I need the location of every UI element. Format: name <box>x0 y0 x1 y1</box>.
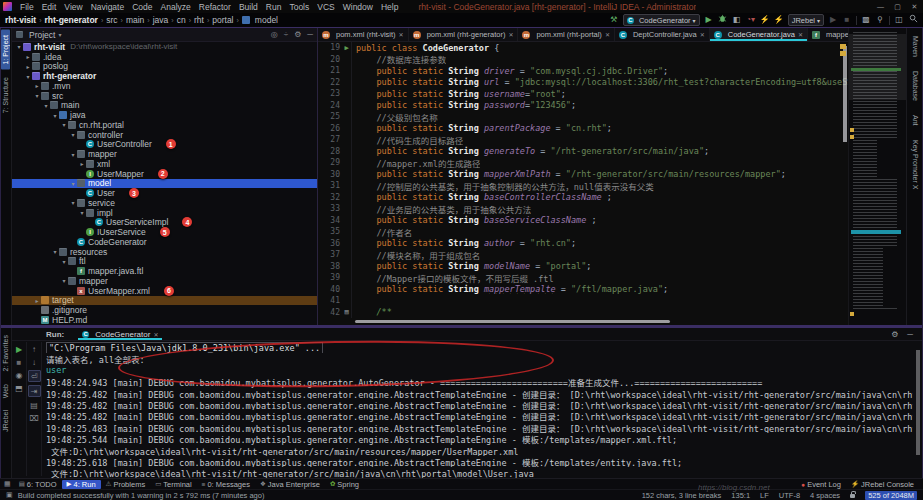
close-icon[interactable]: ✕ <box>798 31 803 38</box>
jrebel-run-button[interactable]: ⚡ <box>760 15 770 25</box>
tree-item-java[interactable]: ▾java <box>12 110 317 120</box>
clear-icon[interactable]: ⌧ <box>29 413 40 423</box>
chevron-right-icon[interactable]: ▸ <box>33 82 41 89</box>
tree-item-.gitignore[interactable]: .gitignore <box>12 305 317 315</box>
run-console[interactable]: "C:\Program Files\Java\jdk1.8.0_231\bin\… <box>46 342 913 478</box>
stripe-key-promoter-x[interactable]: Key Promoter X <box>911 134 920 195</box>
collapse-all-icon[interactable]: ÷ <box>284 30 288 39</box>
tree-item-.idea[interactable]: ▸.idea <box>12 52 317 62</box>
tree-item-mapper.java.ftl[interactable]: fmapper.java.ftl <box>12 266 317 276</box>
stripe-web[interactable]: Web <box>1 379 10 403</box>
tool-window-button-event-log[interactable]: ●Event Log <box>796 480 846 489</box>
run-config-select[interactable]: C CodeGenerator ▾ <box>623 14 700 26</box>
stripe-jrebel[interactable]: JRebel <box>1 405 10 437</box>
open-project-icon[interactable]: ▩ <box>861 15 871 25</box>
console-scrollbar[interactable] <box>916 350 920 455</box>
close-icon[interactable]: ✕ <box>700 31 705 38</box>
tab-deptcontroller.java[interactable]: CDeptController.java✕ <box>615 28 710 41</box>
vertical-scrollbar[interactable] <box>843 46 847 142</box>
gear-icon[interactable]: ⚙ <box>294 30 301 39</box>
chevron-down-icon[interactable]: ▾ <box>69 199 77 206</box>
code-minimap[interactable] <box>848 28 906 325</box>
maximize-button[interactable]: ▢ <box>889 3 906 11</box>
tab-pom.xml-rht-portal-[interactable]: mpom.xml (rht-portal)✕ <box>518 28 614 41</box>
breadcrumb-item-cn[interactable]: cn <box>177 15 186 25</box>
tool-window-button-terminal[interactable]: ▭Terminal <box>150 480 197 489</box>
breadcrumb-item-model[interactable]: model <box>242 15 278 25</box>
scroll-to-end-icon[interactable]: ⇥ <box>28 385 41 397</box>
coverage-button[interactable]: ◧ <box>732 15 742 25</box>
tool-window-button-java-enterprise[interactable]: ❖Java Enterprise <box>255 480 325 489</box>
tree-item-rht-generator[interactable]: ▾rht-generator <box>12 71 317 81</box>
tool-window-button-0-messages[interactable]: ≡0: Messages <box>197 480 255 489</box>
tree-item-user[interactable]: CUser3 <box>12 188 317 198</box>
locate-file-icon[interactable]: ◎ <box>271 30 278 39</box>
tree-item-iuserservice[interactable]: IIUserService5 <box>12 227 317 237</box>
tree-item-usermapper[interactable]: IUserMapper2 <box>12 169 317 179</box>
chevron-right-icon[interactable]: ▸ <box>78 160 86 167</box>
jrebel-debug-button[interactable]: ⚡ <box>774 15 784 25</box>
stripe-7-structure[interactable]: 7: Structure <box>1 72 10 118</box>
indent-setting[interactable]: 4 spaces <box>810 491 840 500</box>
tool-window-button-problems[interactable]: ⚠Problems <box>101 480 151 489</box>
breadcrumb-item-java[interactable]: java <box>153 15 169 25</box>
layout-icon[interactable]: ◫ <box>894 15 904 25</box>
chevron-down-icon[interactable]: ▾ <box>60 258 68 265</box>
breadcrumb-item-rht[interactable]: rht <box>194 15 204 25</box>
chevron-down-icon[interactable]: ▾ <box>69 151 77 158</box>
tree-item-.mvn[interactable]: ▸.mvn <box>12 81 317 91</box>
chevron-down-icon[interactable]: ▾ <box>58 31 61 38</box>
code-editor[interactable]: 19▶public class CodeGenerator {20 //数据库连… <box>318 42 848 325</box>
tree-item-model[interactable]: ▾model <box>12 179 317 189</box>
stripe-database[interactable]: Database <box>911 65 920 107</box>
rerun-icon[interactable]: ▶ <box>14 344 25 354</box>
chevron-down-icon[interactable]: ▾ <box>69 180 77 187</box>
close-button[interactable]: ✕ <box>906 3 923 11</box>
tool-window-switcher-icon[interactable]: ▦ <box>4 480 14 488</box>
menu-vcs[interactable]: VCS <box>313 2 338 12</box>
soft-wrap-icon[interactable]: ⏎ <box>28 370 41 382</box>
chevron-down-icon[interactable]: ▾ <box>24 73 32 80</box>
chevron-down-icon[interactable]: ▾ <box>51 112 59 119</box>
tree-item-codegenerator[interactable]: CCodeGenerator <box>12 237 317 247</box>
tree-item-poslog[interactable]: ▸poslog <box>12 62 317 72</box>
stripe-2-favorites[interactable]: 2: Favorites <box>1 330 10 377</box>
breadcrumb-item-portal[interactable]: portal <box>212 15 233 25</box>
minimap-viewport[interactable] <box>849 34 906 100</box>
breadcrumb-item-src[interactable]: src <box>106 15 117 25</box>
lock-icon[interactable] <box>850 494 855 498</box>
menu-file[interactable]: File <box>16 2 38 12</box>
menu-build[interactable]: Build <box>235 2 262 12</box>
menu-edit[interactable]: Edit <box>38 2 61 12</box>
hide-panel-icon[interactable]: ─ <box>907 330 913 339</box>
close-icon[interactable]: ✕ <box>153 331 158 338</box>
tree-item-main[interactable]: ▾main <box>12 101 317 111</box>
line-ending[interactable]: LF <box>760 491 769 500</box>
debug-button[interactable] <box>718 14 728 26</box>
run-gutter-icon[interactable]: ▶ <box>342 42 352 54</box>
tree-item-help.md[interactable]: MHELP.md <box>12 315 317 325</box>
stripe-maven[interactable]: Maven <box>911 30 920 63</box>
menu-run[interactable]: Run <box>262 2 286 12</box>
tool-window-button-jrebel-console[interactable]: ⚡JRebel Console <box>846 480 919 489</box>
tool-window-button-6-todo[interactable]: ▤6: TODO <box>14 480 62 489</box>
stop-icon[interactable]: ■ <box>14 357 25 367</box>
print-icon[interactable]: ▤ <box>29 400 40 410</box>
breadcrumb-item-main[interactable]: main <box>126 15 144 25</box>
breadcrumb-item-rht-generator[interactable]: rht-generator <box>45 15 98 25</box>
tree-item-resources[interactable]: ▾resources <box>12 247 317 257</box>
stripe-ant[interactable]: Ant <box>911 109 920 132</box>
tree-item-ftl[interactable]: ▾ftl <box>12 257 317 267</box>
menu-view[interactable]: View <box>60 2 86 12</box>
minimize-button[interactable]: — <box>872 3 889 11</box>
tree-item-mapper[interactable]: ▾mapper <box>12 276 317 286</box>
search-everywhere-icon[interactable] <box>908 14 918 26</box>
run-tab[interactable]: C CodeGenerator ✕ <box>78 328 162 340</box>
file-encoding[interactable]: UTF-8 <box>779 491 800 500</box>
chevron-down-icon[interactable]: ▾ <box>60 277 68 284</box>
menu-tools[interactable]: Tools <box>285 2 313 12</box>
up-arrow-icon[interactable]: ↑ <box>29 344 40 354</box>
menu-analyze[interactable]: Analyze <box>157 2 195 12</box>
chevron-down-icon[interactable]: ▾ <box>42 102 50 109</box>
tree-item-controller[interactable]: ▾controller <box>12 130 317 140</box>
